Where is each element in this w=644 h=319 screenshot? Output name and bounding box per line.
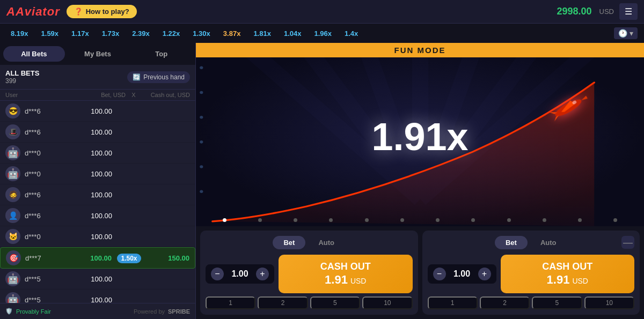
username: d***6 bbox=[25, 128, 69, 136]
quick-amt-1-10[interactable]: 10 bbox=[362, 296, 412, 309]
mult-item[interactable]: 1.81x bbox=[249, 28, 275, 39]
multiplier-bar: 8.19x 1.59x 1.17x 1.73x 2.39x 1.22x 1.30… bbox=[0, 24, 644, 43]
table-row: 🧔 d***6 100.00 bbox=[0, 184, 195, 205]
tab-all-bets[interactable]: All Bets bbox=[3, 46, 65, 62]
quick-amt-2-2[interactable]: 2 bbox=[480, 296, 530, 309]
quick-amt-1-5[interactable]: 5 bbox=[310, 296, 360, 309]
svg-point-8 bbox=[200, 91, 203, 94]
main-content: All Bets My Bets Top ALL BETS 399 🔄 Prev… bbox=[0, 43, 644, 319]
mult-item[interactable]: 1.73x bbox=[98, 28, 124, 39]
tab-top[interactable]: Top bbox=[130, 46, 192, 62]
question-icon: ❓ bbox=[74, 8, 83, 16]
right-panel: FUN MODE bbox=[196, 43, 644, 319]
stepper-plus-2[interactable]: + bbox=[478, 268, 491, 280]
bet-tab-1-bet[interactable]: Bet bbox=[273, 236, 305, 249]
username: d***0 bbox=[25, 170, 69, 178]
bets-count: 399 bbox=[5, 77, 39, 85]
stepper-minus-1[interactable]: − bbox=[211, 268, 224, 280]
bet-panel-1-tabs: Bet Auto bbox=[206, 236, 413, 249]
mult-item[interactable]: 1.59x bbox=[37, 28, 63, 39]
dot bbox=[258, 218, 262, 222]
dot bbox=[436, 218, 440, 222]
stepper-minus-2[interactable]: − bbox=[433, 268, 446, 280]
bet-panel-2: Bet Auto — − 1.00 + CASH OUT 1.91 bbox=[422, 231, 640, 315]
provably-fair-icon: 🛡️ bbox=[5, 308, 13, 315]
left-panel: All Bets My Bets Top ALL BETS 399 🔄 Prev… bbox=[0, 43, 196, 319]
dot bbox=[365, 218, 369, 222]
bet-tab-2-bet[interactable]: Bet bbox=[495, 236, 528, 249]
username: d***6 bbox=[25, 191, 69, 199]
bet-amount: 100.00 bbox=[69, 212, 112, 220]
bet-amount: 100.00 bbox=[69, 275, 112, 283]
col-user-header: User bbox=[5, 92, 83, 98]
mult-item[interactable]: 1.04x bbox=[280, 28, 306, 39]
mult-item[interactable]: 3.87x bbox=[219, 28, 245, 39]
bet-controls-row-2: − 1.00 + CASH OUT 1.91 USD bbox=[428, 255, 635, 293]
bet-amount: 100.00 bbox=[69, 170, 112, 178]
quick-amounts-1: 1 2 5 10 bbox=[206, 296, 413, 309]
bet-tab-1-auto[interactable]: Auto bbox=[308, 236, 345, 249]
previous-hand-button[interactable]: 🔄 Previous hand bbox=[127, 71, 190, 83]
mult-item[interactable]: 1.96x bbox=[310, 28, 336, 39]
table-row: 🐱 d***0 100.00 bbox=[0, 226, 195, 247]
svg-point-10 bbox=[200, 140, 203, 144]
table-row: 😎 d***6 100.00 bbox=[0, 101, 195, 122]
avatar: 🤖 bbox=[5, 166, 20, 181]
mult-item[interactable]: 8.19x bbox=[6, 28, 33, 39]
panel-minus-button[interactable]: — bbox=[621, 236, 634, 249]
quick-amt-2-1[interactable]: 1 bbox=[428, 296, 478, 309]
menu-button[interactable]: ☰ bbox=[619, 3, 638, 20]
how-to-play-button[interactable]: ❓ How to play? bbox=[67, 5, 137, 18]
panel-footer: 🛡️ Provably Fair Powered by SPRIBE bbox=[0, 303, 195, 319]
history-button[interactable]: 🕐 ▾ bbox=[614, 27, 638, 39]
balance-currency: USD bbox=[599, 8, 614, 16]
cash-out-label-2: CASH OUT bbox=[505, 261, 631, 273]
table-row: 🎩 d***6 100.00 bbox=[0, 122, 195, 143]
bet-tab-2-auto[interactable]: Auto bbox=[530, 236, 567, 249]
username: d***0 bbox=[25, 233, 69, 241]
svg-point-9 bbox=[200, 116, 203, 119]
avatar: 🤖 bbox=[5, 145, 20, 160]
tab-my-bets[interactable]: My Bets bbox=[67, 46, 129, 62]
column-headers: User Bet, USD X Cash out, USD bbox=[0, 90, 195, 101]
quick-amt-1-2[interactable]: 2 bbox=[258, 296, 308, 309]
mult-item[interactable]: 1.30x bbox=[188, 28, 215, 39]
avatar: 🎩 bbox=[5, 124, 20, 139]
quick-amt-2-10[interactable]: 10 bbox=[584, 296, 634, 309]
stepper-value-2: 1.00 bbox=[451, 269, 473, 279]
dots-row bbox=[196, 218, 644, 222]
col-bet-header: Bet, USD bbox=[83, 92, 126, 98]
cash-out-currency-2: USD bbox=[572, 277, 588, 285]
tabs-bar: All Bets My Bets Top bbox=[0, 43, 195, 65]
fun-mode-banner: FUN MODE bbox=[196, 43, 644, 57]
cash-out-currency-1: USD bbox=[350, 277, 367, 285]
username: d***6 bbox=[25, 212, 69, 220]
cash-out-button-2[interactable]: CASH OUT 1.91 USD bbox=[501, 255, 635, 293]
stepper-plus-1[interactable]: + bbox=[256, 268, 269, 280]
svg-point-7 bbox=[200, 66, 203, 69]
mult-item[interactable]: 1.4x bbox=[340, 28, 362, 39]
quick-amt-2-5[interactable]: 5 bbox=[532, 296, 582, 309]
mult-item[interactable]: 2.39x bbox=[128, 28, 154, 39]
mult-item[interactable]: 1.22x bbox=[158, 28, 185, 39]
bet-amount: 100.00 bbox=[69, 128, 112, 136]
svg-point-11 bbox=[200, 165, 203, 168]
username: d***5 bbox=[25, 275, 69, 283]
header: AAviator ❓ How to play? 2998.00 USD ☰ bbox=[0, 0, 644, 24]
cash-out-button-1[interactable]: CASH OUT 1.91 USD bbox=[279, 255, 413, 293]
bet-controls-row-1: − 1.00 + CASH OUT 1.91 USD bbox=[206, 255, 413, 293]
avatar: 😎 bbox=[5, 103, 20, 118]
dot bbox=[613, 218, 617, 222]
stepper-value-1: 1.00 bbox=[229, 269, 251, 279]
bet-amount: 100.00 bbox=[69, 254, 112, 262]
multiplier-display: 1.91x bbox=[371, 115, 468, 159]
header-right: 2998.00 USD ☰ bbox=[557, 3, 638, 20]
provably-fair-text: Provably Fair bbox=[16, 308, 51, 315]
col-cashout-header: Cash out, USD bbox=[142, 92, 190, 98]
mult-item[interactable]: 1.17x bbox=[67, 28, 93, 39]
username: d***6 bbox=[25, 107, 69, 115]
bet-mult: 1.50x bbox=[114, 253, 144, 263]
quick-amt-1-1[interactable]: 1 bbox=[206, 296, 255, 309]
logo: AAviator bbox=[6, 5, 60, 19]
powered-by-text: Powered by bbox=[134, 308, 165, 315]
